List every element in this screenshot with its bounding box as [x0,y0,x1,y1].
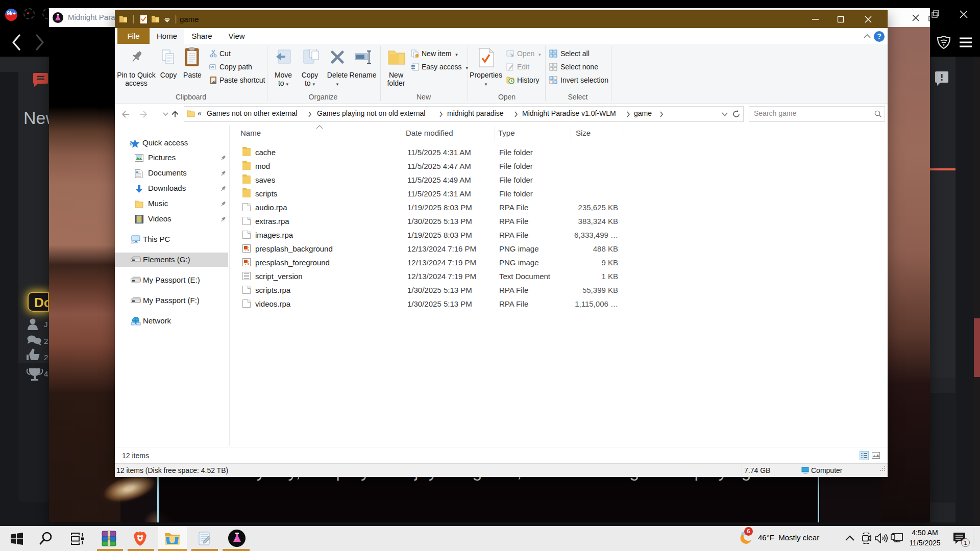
svg-text:..: .. [214,65,216,69]
